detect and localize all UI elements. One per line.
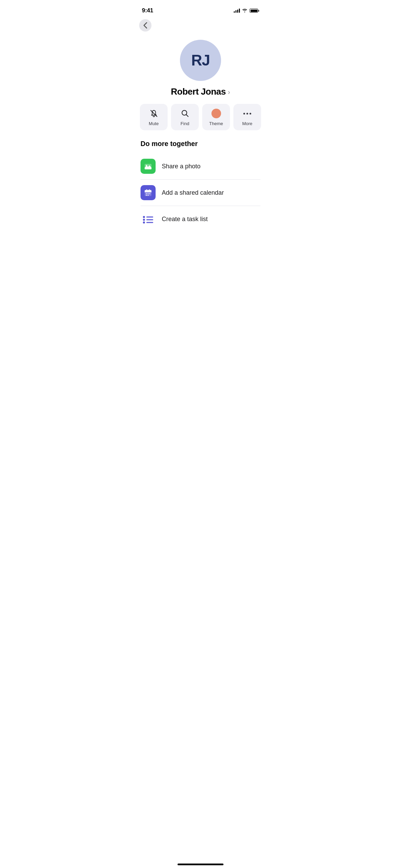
- ellipsis-icon: [243, 109, 252, 118]
- svg-point-2: [146, 165, 147, 166]
- list-item-task-list[interactable]: Create a task list: [141, 206, 260, 232]
- status-icons: [234, 9, 259, 13]
- svg-point-8: [149, 193, 150, 194]
- battery-icon: [250, 9, 259, 13]
- theme-circle-icon: [211, 109, 221, 118]
- bell-slash-icon: [149, 109, 159, 118]
- theme-button[interactable]: Theme: [202, 104, 230, 130]
- avatar-initials: RJ: [191, 52, 210, 69]
- back-chevron-icon: [143, 22, 147, 29]
- wifi-icon: [242, 9, 247, 13]
- avatar-section: RJ Robert Jonas ›: [134, 40, 267, 97]
- svg-rect-17: [146, 219, 153, 220]
- signal-icon: [234, 9, 240, 13]
- shared-calendar-label: Add a shared calendar: [162, 189, 224, 196]
- list-section: Share a photo Add a shared calendar: [134, 153, 267, 232]
- svg-point-10: [148, 195, 149, 196]
- mute-label: Mute: [149, 121, 159, 126]
- svg-point-14: [143, 219, 145, 221]
- svg-point-9: [146, 195, 147, 196]
- status-time: 9:41: [142, 7, 153, 14]
- svg-rect-5: [145, 192, 151, 192]
- avatar: RJ: [180, 40, 221, 81]
- profile-name: Robert Jonas: [171, 86, 226, 97]
- theme-label: Theme: [209, 121, 223, 126]
- back-button[interactable]: [139, 19, 151, 32]
- task-list-label: Create a task list: [162, 216, 208, 223]
- list-item-shared-calendar[interactable]: Add a shared calendar: [141, 180, 260, 206]
- find-label: Find: [181, 121, 189, 126]
- action-buttons-row: Mute Find Theme More: [134, 104, 267, 130]
- svg-rect-16: [146, 217, 153, 218]
- share-photo-label: Share a photo: [162, 163, 200, 170]
- svg-point-7: [148, 193, 149, 194]
- calendar-icon: [141, 185, 156, 200]
- svg-rect-11: [146, 189, 147, 191]
- task-list-icon: [141, 212, 156, 227]
- profile-chevron-icon: ›: [228, 88, 230, 96]
- mute-button[interactable]: Mute: [140, 104, 168, 130]
- section-title: Do more together: [134, 140, 267, 148]
- svg-rect-18: [146, 222, 153, 223]
- svg-point-13: [143, 216, 145, 218]
- profile-name-row[interactable]: Robert Jonas ›: [171, 86, 230, 97]
- photo-icon: [141, 159, 156, 174]
- svg-rect-12: [149, 189, 150, 191]
- list-item-share-photo[interactable]: Share a photo: [141, 153, 260, 180]
- find-button[interactable]: Find: [171, 104, 199, 130]
- more-label: More: [242, 121, 253, 126]
- svg-point-15: [143, 221, 145, 224]
- status-bar: 9:41: [134, 0, 267, 16]
- search-icon: [180, 109, 190, 118]
- svg-point-6: [146, 193, 147, 194]
- more-button[interactable]: More: [233, 104, 261, 130]
